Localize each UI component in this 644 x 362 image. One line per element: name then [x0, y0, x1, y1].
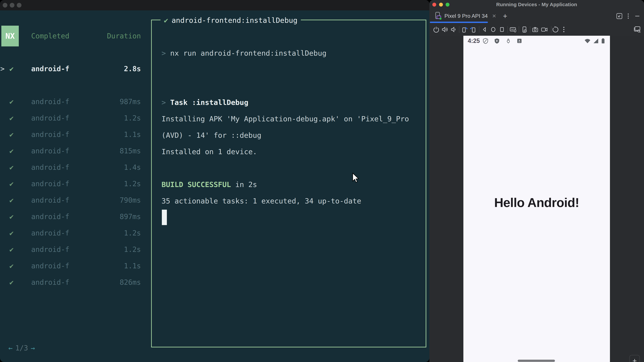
output-line: Installed on 1 device. — [162, 146, 257, 157]
task-name: android-f — [31, 146, 70, 156]
embed-window-icon[interactable] — [616, 12, 623, 19]
rotate-right-icon[interactable] — [469, 26, 477, 33]
task-name: android-f — [31, 261, 70, 271]
page-indicator: 1/3 — [12, 344, 31, 352]
check-icon: ✔ — [10, 162, 14, 173]
maximize-icon[interactable] — [17, 3, 22, 7]
display-search-icon[interactable] — [633, 25, 641, 33]
toolbar-separator — [519, 26, 519, 33]
screen-record-icon[interactable] — [540, 26, 548, 33]
studio-titlebar[interactable]: Running Devices - My Application — [429, 0, 644, 9]
task-name: android-f — [31, 228, 70, 238]
task-name: android-f — [31, 195, 70, 205]
phone-device-icon — [434, 12, 442, 20]
device-settings-icon[interactable] — [520, 26, 528, 33]
home-icon[interactable] — [490, 26, 497, 33]
task-row[interactable]: ✔ android-f 1.1s — [0, 261, 151, 271]
next-page-arrow-icon[interactable]: → — [31, 344, 35, 352]
zoom-in-button[interactable]: + — [630, 357, 640, 362]
task-duration: 1.4s — [90, 162, 141, 173]
task-name: android-f — [31, 96, 70, 107]
svg-text:A: A — [518, 39, 520, 42]
task-row[interactable]: ✔ android-f 1.2s — [0, 228, 151, 238]
check-icon: ✔ — [10, 96, 14, 107]
terminal-titlebar[interactable] — [0, 0, 429, 10]
task-output-title-text: android-frontend:installDebug — [172, 16, 298, 24]
check-icon: ✔ — [164, 16, 168, 24]
task-row[interactable]: ✔ android-f 1.4s — [0, 162, 151, 173]
device-tabbar: Pixel 9 Pro API 34 ✕ + — [429, 9, 644, 24]
task-row-selected[interactable]: > ✔ android-f 2.8s — [0, 64, 151, 74]
pagination: ←1/3→ — [8, 343, 35, 353]
rotate-left-icon[interactable] — [461, 26, 468, 33]
check-icon: ✔ — [10, 195, 14, 205]
overview-icon[interactable] — [498, 26, 506, 33]
task-output-panel: ✔ android-frontend:installDebug > nx run… — [151, 19, 426, 348]
emulator-screen[interactable]: 4:25 A — [464, 36, 610, 362]
power-icon[interactable] — [432, 26, 440, 33]
check-icon: ✔ — [10, 261, 14, 271]
zoom-controls: + − 1:1 — [630, 355, 640, 362]
keyboard-icon[interactable] — [509, 26, 517, 33]
volume-up-icon[interactable] — [441, 26, 448, 33]
task-name: android-f — [31, 64, 70, 74]
minimize-icon[interactable] — [10, 3, 14, 7]
task-duration: 826ms — [90, 277, 141, 288]
task-row[interactable]: ✔ android-f 987ms — [0, 96, 151, 107]
emulator-panel: 4:25 A — [429, 36, 644, 362]
close-icon[interactable] — [3, 3, 8, 7]
toolbar-separator — [459, 26, 459, 33]
volume-down-icon[interactable] — [450, 26, 457, 33]
task-row[interactable]: ✔ android-f 815ms — [0, 146, 151, 156]
check-icon: ✔ — [10, 244, 14, 255]
command-line: > nx run android-frontend:installDebug — [162, 48, 326, 58]
check-icon: ✔ — [10, 146, 14, 156]
task-duration: 2.8s — [90, 64, 141, 74]
task-output-title: ✔ android-frontend:installDebug — [160, 15, 301, 26]
task-duration: 987ms — [90, 96, 141, 107]
window-title: Running Devices - My Application — [429, 0, 644, 9]
output-line: (AVD) - 14' for ::debug — [162, 130, 261, 140]
new-tab-icon[interactable]: + — [503, 12, 507, 20]
task-row[interactable]: ✔ android-f 1.2s — [0, 244, 151, 255]
status-time: 4:25 — [468, 36, 480, 46]
back-icon[interactable] — [481, 26, 488, 33]
task-name: android-f — [31, 179, 70, 189]
toolbar-separator — [479, 26, 479, 33]
restart-icon[interactable] — [552, 26, 559, 33]
task-duration: 1.1s — [90, 261, 141, 271]
task-row[interactable]: ✔ android-f 1.2s — [0, 179, 151, 189]
check-icon: ✔ — [10, 113, 14, 123]
gesture-nav-handle[interactable] — [518, 360, 555, 362]
output-line: Installing APK 'My Application-debug.apk… — [162, 114, 409, 124]
adb-keyboard-icon: A — [516, 38, 522, 44]
emulator-toolbar — [429, 23, 644, 36]
close-tab-icon[interactable]: ✕ — [492, 13, 496, 19]
running-devices-window: Running Devices - My Application Pixel 9… — [429, 0, 644, 362]
task-row[interactable]: ✔ android-f 790ms — [0, 195, 151, 205]
terminal-window: NX Completed Duration > ✔ android-f 2.8s… — [0, 0, 429, 362]
task-duration: 815ms — [90, 146, 141, 156]
task-name: android-f — [31, 113, 70, 123]
task-name: android-f — [31, 244, 70, 255]
task-row[interactable]: ✔ android-f 1.2s — [0, 113, 151, 123]
hide-panel-minus-icon[interactable] — [634, 12, 641, 19]
check-icon: ✔ — [10, 129, 14, 140]
more-options-kebab-icon[interactable] — [560, 26, 568, 33]
screenshot-icon[interactable] — [531, 26, 539, 33]
tab-options-kebab-icon[interactable] — [625, 12, 632, 19]
task-name: android-f — [31, 277, 70, 288]
mouse-cursor — [352, 173, 360, 184]
task-name: android-f — [31, 129, 70, 140]
task-row[interactable]: ✔ android-f 897ms — [0, 212, 151, 222]
prev-page-arrow-icon[interactable]: ← — [8, 344, 12, 352]
column-header-completed: Completed — [31, 31, 70, 41]
task-row[interactable]: ✔ android-f 826ms — [0, 277, 151, 288]
no-sim-shield-icon — [482, 37, 489, 44]
tab-pixel-9-pro[interactable]: Pixel 9 Pro API 34 ✕ + — [434, 9, 507, 23]
task-duration: 1.2s — [90, 113, 141, 123]
status-bar: 4:25 A — [464, 36, 610, 46]
task-row[interactable]: ✔ android-f 1.1s — [0, 129, 151, 140]
check-icon: ✔ — [10, 228, 14, 238]
selection-caret-icon: > — [0, 64, 4, 74]
